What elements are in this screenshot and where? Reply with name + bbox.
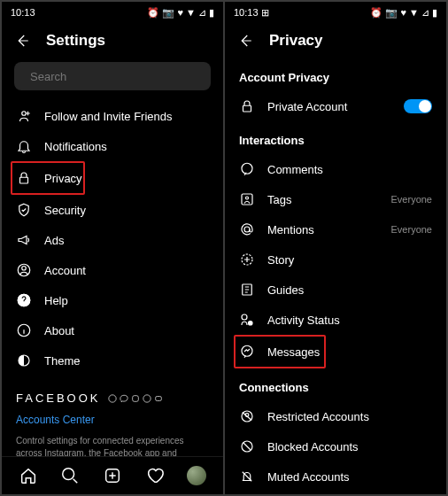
row-theme[interactable]: Theme: [14, 345, 211, 376]
shield-icon: [16, 202, 32, 218]
privacy-content[interactable]: Account Privacy Private Account Interact…: [225, 58, 446, 494]
label: About: [44, 324, 209, 337]
label: Guides: [267, 283, 432, 297]
label: Restricted Accounts: [267, 410, 432, 423]
svg-point-22: [242, 314, 247, 320]
label: Private Account: [267, 100, 391, 113]
add-person-icon: [16, 108, 32, 124]
svg-rect-2: [20, 177, 28, 183]
search-bar[interactable]: [14, 62, 211, 90]
label: Notifications: [44, 140, 209, 153]
guides-icon: [239, 282, 255, 298]
back-icon[interactable]: [237, 33, 253, 49]
row-mentions[interactable]: Mentions Everyone: [237, 214, 434, 244]
row-messages[interactable]: Messages: [234, 335, 326, 368]
row-restricted[interactable]: Restricted Accounts: [237, 401, 434, 431]
label: Theme: [44, 354, 209, 368]
row-follow-invite[interactable]: Follow and Invite Friends: [14, 101, 211, 131]
profile-avatar[interactable]: [187, 466, 206, 485]
svg-point-16: [242, 163, 252, 174]
svg-point-4: [22, 267, 27, 271]
row-security[interactable]: Security: [14, 195, 211, 225]
status-icons: ⏰ 📷 ♥ ▼ ⊿ ▮: [370, 7, 437, 19]
svg-point-18: [246, 197, 249, 199]
label: Muted Accounts: [267, 470, 432, 484]
row-comments[interactable]: Comments: [237, 154, 434, 184]
lock-icon: [239, 98, 255, 114]
row-blocked[interactable]: Blocked Accounts: [237, 431, 434, 461]
facebook-product-icons: [108, 394, 163, 403]
label: Comments: [267, 163, 432, 176]
tag-icon: [239, 191, 255, 207]
info-icon: [16, 322, 32, 338]
home-icon[interactable]: [19, 466, 38, 485]
label: Security: [44, 204, 209, 217]
privacy-screen: 10:13 ⊞ ⏰ 📷 ♥ ▼ ⊿ ▮ Privacy Account Priv…: [225, 2, 446, 494]
svg-point-1: [22, 112, 27, 116]
svg-point-9: [108, 394, 115, 401]
svg-rect-12: [155, 396, 161, 400]
row-ads[interactable]: Ads: [14, 225, 211, 255]
row-accounts-follow[interactable]: Accounts You Follow: [237, 492, 434, 494]
account-icon: [16, 262, 32, 278]
status-icons: ⏰ 📷 ♥ ▼ ⊿ ▮: [147, 7, 214, 19]
label: Ads: [44, 234, 209, 247]
label: Blocked Accounts: [267, 440, 432, 453]
restricted-icon: [239, 408, 255, 424]
svg-point-11: [143, 394, 150, 401]
back-icon[interactable]: [14, 33, 30, 49]
section-connections: Connections: [237, 368, 434, 401]
header: Settings: [2, 23, 223, 58]
new-post-icon[interactable]: [103, 466, 122, 485]
status-bar: 10:13 ⏰ 📷 ♥ ▼ ⊿ ▮: [2, 2, 223, 23]
label: Follow and Invite Friends: [44, 110, 209, 123]
facebook-heading: FACEBOOK: [14, 376, 211, 410]
value: Everyone: [391, 194, 432, 205]
bell-icon: [16, 138, 32, 154]
row-account[interactable]: Account: [14, 255, 211, 285]
muted-icon: [239, 469, 255, 484]
private-account-toggle[interactable]: [404, 99, 432, 113]
svg-rect-10: [132, 395, 138, 401]
status-bar: 10:13 ⊞ ⏰ 📷 ♥ ▼ ⊿ ▮: [225, 2, 446, 23]
row-tags[interactable]: Tags Everyone: [237, 184, 434, 214]
row-about[interactable]: About: [14, 315, 211, 345]
accounts-center-link[interactable]: Accounts Center: [14, 410, 211, 430]
search-nav-icon[interactable]: [60, 466, 80, 485]
svg-rect-15: [243, 105, 251, 112]
lock-icon: [16, 170, 32, 186]
settings-content[interactable]: Follow and Invite Friends Notifications …: [2, 58, 223, 456]
page-title: Settings: [46, 32, 105, 50]
section-account-privacy: Account Privacy: [237, 58, 434, 91]
svg-point-19: [244, 227, 250, 232]
header: Privacy: [225, 23, 446, 58]
label: Story: [267, 253, 432, 267]
megaphone-icon: [16, 232, 32, 248]
settings-screen: 10:13 ⏰ 📷 ♥ ▼ ⊿ ▮ Settings Follow and In…: [2, 2, 223, 494]
search-input[interactable]: [30, 70, 202, 83]
status-time: 10:13: [11, 7, 35, 18]
bottom-nav: [2, 456, 223, 494]
label: Activity Status: [267, 314, 432, 327]
comment-icon: [239, 161, 255, 177]
row-story[interactable]: Story: [237, 244, 434, 275]
row-muted[interactable]: Muted Accounts: [237, 461, 434, 492]
row-notifications[interactable]: Notifications: [14, 131, 211, 161]
caption: Control settings for connected experienc…: [14, 430, 211, 456]
messenger-icon: [239, 344, 255, 360]
mention-icon: [239, 221, 255, 237]
row-activity-status[interactable]: Activity Status: [237, 305, 434, 335]
page-title: Privacy: [269, 32, 323, 50]
activity-icon[interactable]: [145, 466, 165, 485]
help-icon: [16, 292, 32, 308]
row-private-account[interactable]: Private Account: [237, 91, 434, 121]
row-privacy[interactable]: Privacy: [11, 161, 85, 195]
row-help[interactable]: Help: [14, 285, 211, 315]
label: Account: [44, 264, 209, 277]
svg-point-13: [63, 469, 74, 480]
story-icon: [239, 252, 255, 267]
label: Privacy: [44, 172, 82, 185]
row-guides[interactable]: Guides: [237, 275, 434, 305]
label: Messages: [267, 345, 322, 359]
blocked-icon: [239, 438, 255, 454]
